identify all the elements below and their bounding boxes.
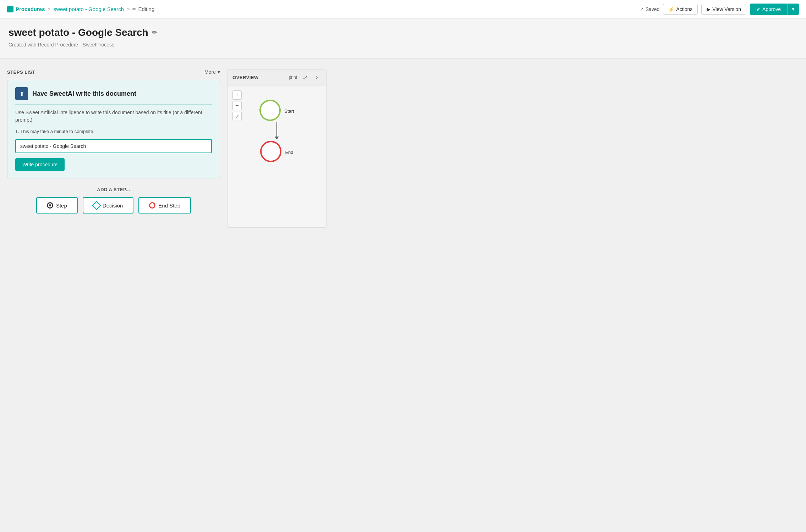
- print-button[interactable]: print: [289, 75, 297, 80]
- zoom-in-button[interactable]: +: [232, 90, 242, 100]
- minus-icon: −: [235, 102, 238, 109]
- arrow-head: [275, 137, 279, 139]
- end-node: End: [260, 141, 293, 162]
- sweetai-note: 1. This may take a minute to complete.: [15, 129, 212, 134]
- upload-icon: ⬆: [20, 90, 24, 97]
- approve-label: Approve: [762, 6, 781, 12]
- decision-diamond-icon: [92, 201, 101, 210]
- breadcrumb-sep-1: >: [48, 6, 51, 12]
- more-button[interactable]: More ▾: [204, 69, 220, 75]
- page-subtitle: Created with Record Procedure - SweetPro…: [9, 42, 797, 48]
- breadcrumb-sep-2: >: [127, 6, 130, 12]
- nav-actions: ✓ Saved ⚡ Actions ▶ View Version ✔ Appro…: [640, 4, 799, 15]
- add-step-buttons: Step Decision End Step: [7, 197, 220, 214]
- breadcrumb-procedures[interactable]: Procedures: [7, 6, 45, 12]
- next-icon-button[interactable]: ›: [313, 73, 321, 82]
- start-circle: [259, 100, 281, 121]
- add-end-step-button[interactable]: End Step: [138, 197, 191, 214]
- actions-button[interactable]: ⚡ Actions: [663, 4, 698, 15]
- procedures-icon: [7, 6, 13, 12]
- end-node-wrapper: End: [260, 141, 293, 162]
- print-label: print: [289, 75, 297, 80]
- step-dot-inner: [49, 204, 51, 206]
- page-title-text: sweet potato - Google Search: [9, 27, 148, 38]
- overview-diagram: Start End: [235, 93, 319, 162]
- saved-label: ✓ Saved: [640, 6, 660, 12]
- view-version-button[interactable]: ▶ View Version: [701, 4, 746, 15]
- right-panel: OVERVIEW print ⤢ › +: [227, 69, 327, 509]
- end-circle: [260, 141, 281, 162]
- decision-label: Decision: [103, 203, 123, 209]
- zoom-fit-button[interactable]: ⤢: [232, 112, 242, 121]
- checkmark-icon: ✔: [756, 6, 761, 12]
- chevron-down-icon: ▾: [218, 69, 220, 75]
- overview-header: OVERVIEW print ⤢ ›: [227, 70, 326, 85]
- sweetai-card-title: Have SweetAI write this document: [32, 90, 136, 98]
- overview-body: + − ⤢ Start: [227, 85, 326, 227]
- page-title: sweet potato - Google Search ✏: [9, 27, 797, 38]
- sweetai-card: ⬆ Have SweetAI write this document Use S…: [7, 80, 220, 178]
- sweetai-card-desc: Use Sweet Artificial Intelligence to wri…: [15, 109, 212, 124]
- approve-dropdown-button[interactable]: ▼: [787, 4, 799, 15]
- zoom-out-button[interactable]: −: [232, 101, 242, 110]
- step-dot-icon: [47, 202, 53, 209]
- start-node: Start: [259, 100, 294, 121]
- editing-label: Editing: [138, 6, 154, 12]
- end-step-circle-icon: [149, 202, 155, 209]
- approve-button[interactable]: ✔ Approve: [750, 4, 787, 15]
- overview-actions: print ⤢ ›: [289, 73, 321, 82]
- add-step-section: ADD A STEP... Step Decision End Step: [7, 187, 220, 214]
- more-label: More: [204, 69, 216, 75]
- pencil-icon: ✏: [132, 6, 136, 12]
- top-navigation: Procedures > sweet potato - Google Searc…: [0, 0, 806, 18]
- overview-title: OVERVIEW: [232, 75, 259, 80]
- add-decision-button[interactable]: Decision: [83, 197, 134, 214]
- page-header: sweet potato - Google Search ✏ Created w…: [0, 18, 806, 59]
- saved-text: Saved: [646, 6, 660, 12]
- breadcrumb: Procedures > sweet potato - Google Searc…: [7, 6, 640, 12]
- view-version-label: View Version: [712, 6, 741, 12]
- write-procedure-label: Write procedure: [22, 162, 57, 167]
- approve-group: ✔ Approve ▼: [750, 4, 799, 15]
- sweetai-icon: ⬆: [15, 87, 28, 100]
- start-label: Start: [284, 109, 294, 114]
- add-step-button[interactable]: Step: [36, 197, 78, 214]
- check-icon: ✓: [640, 6, 644, 12]
- diagram-arrow: [275, 122, 279, 139]
- start-node-wrapper: Start: [259, 100, 294, 121]
- plus-icon: +: [235, 92, 238, 98]
- actions-label: Actions: [676, 6, 692, 12]
- fit-icon: ⤢: [236, 114, 239, 119]
- sweetai-prompt-input[interactable]: [15, 139, 212, 153]
- steps-list-header: STEPS LIST More ▾: [7, 69, 220, 75]
- overview-panel: OVERVIEW print ⤢ › +: [227, 69, 327, 228]
- main-content: STEPS LIST More ▾ ⬆ Have SweetAI write t…: [0, 59, 806, 520]
- title-edit-icon[interactable]: ✏: [152, 29, 157, 37]
- write-procedure-button[interactable]: Write procedure: [15, 158, 65, 171]
- end-step-label: End Step: [158, 203, 180, 209]
- lightning-icon: ⚡: [668, 6, 674, 12]
- play-icon: ▶: [707, 6, 711, 12]
- procedures-label: Procedures: [16, 6, 45, 12]
- chevron-right-icon: ›: [316, 74, 318, 81]
- expand-icon-button[interactable]: ⤢: [301, 73, 309, 82]
- zoom-controls: + − ⤢: [232, 90, 242, 121]
- end-label: End: [285, 150, 293, 155]
- sweetai-card-header: ⬆ Have SweetAI write this document: [15, 87, 212, 105]
- left-panel: STEPS LIST More ▾ ⬆ Have SweetAI write t…: [7, 69, 220, 509]
- add-step-label: ADD A STEP...: [7, 187, 220, 192]
- step-label: Step: [56, 203, 67, 209]
- arrow-line: [276, 122, 277, 137]
- breadcrumb-editing: ✏ Editing: [132, 6, 154, 12]
- breadcrumb-procedure-title[interactable]: sweet potato - Google Search: [54, 6, 124, 12]
- expand-icon: ⤢: [303, 74, 307, 81]
- steps-list-title: STEPS LIST: [7, 70, 35, 75]
